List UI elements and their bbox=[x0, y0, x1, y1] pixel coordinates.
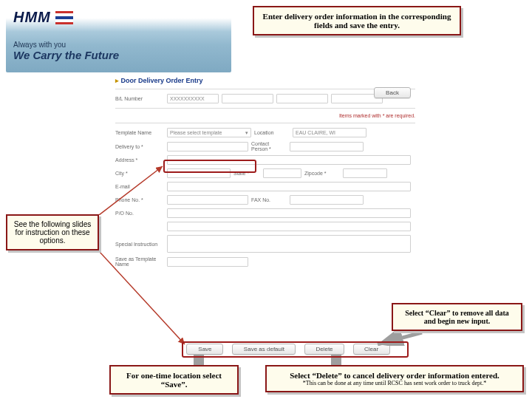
save-default-button[interactable]: Save as default bbox=[232, 344, 296, 355]
label-delivery-to: Delivery to * bbox=[115, 144, 164, 149]
callout-see-slides: See the following slides for instruction… bbox=[6, 214, 99, 250]
label-special-instruction: Special Instruction bbox=[115, 242, 164, 247]
brand-tagline: Always with you bbox=[13, 41, 224, 49]
city-field[interactable] bbox=[167, 168, 231, 178]
label-fax: FAX No. bbox=[251, 197, 287, 202]
label-email: E-mail bbox=[115, 184, 164, 189]
label-address: Address * bbox=[115, 157, 164, 163]
email-field[interactable] bbox=[167, 182, 411, 191]
action-bar: Save Save as default Delete Clear bbox=[155, 344, 421, 355]
delivery-to-field[interactable] bbox=[167, 142, 248, 151]
svg-rect-4 bbox=[55, 22, 73, 24]
special-instruction-field[interactable] bbox=[167, 235, 411, 253]
label-zipcode: Zipcode * bbox=[304, 171, 340, 176]
label-state: State * bbox=[233, 171, 260, 176]
state-field[interactable] bbox=[263, 168, 301, 178]
clear-button[interactable]: Clear bbox=[353, 344, 390, 355]
address-field[interactable] bbox=[167, 155, 411, 165]
bl-number-field-3[interactable] bbox=[276, 94, 328, 103]
zipcode-field[interactable] bbox=[343, 168, 387, 178]
callout-enter-info: Enter delivery order information in the … bbox=[253, 6, 461, 35]
template-select-value: Please select template bbox=[170, 130, 245, 135]
flag-icon bbox=[55, 11, 73, 24]
brand-logo: HMM bbox=[13, 9, 224, 26]
label-city: City * bbox=[115, 171, 164, 176]
bl-number-field[interactable]: XXXXXXXXXX bbox=[167, 94, 219, 103]
label-phone: Phone No. * bbox=[115, 197, 164, 202]
label-template-name: Template Name bbox=[115, 130, 164, 135]
label-bl-number: B/L Number bbox=[115, 96, 164, 101]
callout-delete: Select “Delete” to cancel delivery order… bbox=[265, 365, 524, 392]
label-po: P/O No. bbox=[115, 211, 164, 216]
delivery-order-form: ▸ Door Delivery Order Entry Back B/L Num… bbox=[115, 77, 415, 270]
contact-person-field[interactable] bbox=[290, 142, 364, 151]
location-field[interactable]: EAU CLAIRE, WI bbox=[293, 128, 366, 137]
template-select[interactable]: Please select template ▾ bbox=[167, 128, 251, 137]
chevron-down-icon: ▾ bbox=[245, 130, 248, 136]
label-location: Location bbox=[254, 130, 290, 135]
svg-rect-2 bbox=[55, 16, 73, 19]
bl-number-field-2[interactable] bbox=[222, 94, 273, 103]
svg-rect-0 bbox=[55, 11, 73, 13]
label-contact-person: Contact Person * bbox=[251, 141, 287, 151]
delete-button[interactable]: Delete bbox=[304, 344, 344, 355]
po-field-2[interactable] bbox=[167, 222, 411, 231]
required-note: Items marked with * are required. bbox=[115, 113, 415, 118]
brand-slogan: We Carry the Future bbox=[13, 49, 224, 61]
svg-rect-3 bbox=[55, 19, 73, 22]
po-field[interactable] bbox=[167, 208, 411, 218]
callout-save: For one-time location select “Save”. bbox=[109, 365, 239, 395]
save-button[interactable]: Save bbox=[186, 344, 223, 355]
brand-name: HMM bbox=[13, 9, 51, 26]
callout-clear: Select “Clear” to remove all data and be… bbox=[392, 303, 522, 331]
svg-line-7 bbox=[378, 332, 422, 344]
brand-header: HMM Always with you We Carry the Future bbox=[6, 4, 231, 72]
fax-field[interactable] bbox=[290, 195, 364, 205]
back-button[interactable]: Back bbox=[374, 87, 411, 98]
callout-delete-sub: *This can be done at any time until RCSC… bbox=[274, 380, 515, 386]
page-title: ▸ Door Delivery Order Entry bbox=[115, 77, 415, 84]
page-title-text: Door Delivery Order Entry bbox=[121, 77, 203, 84]
arrow-icon: ▸ bbox=[115, 77, 119, 84]
svg-rect-1 bbox=[55, 13, 73, 16]
phone-field[interactable] bbox=[167, 195, 248, 205]
label-save-template: Save as Template Name bbox=[115, 256, 164, 267]
save-template-field[interactable] bbox=[167, 257, 248, 267]
callout-delete-main: Select “Delete” to cancel delivery order… bbox=[274, 371, 515, 380]
